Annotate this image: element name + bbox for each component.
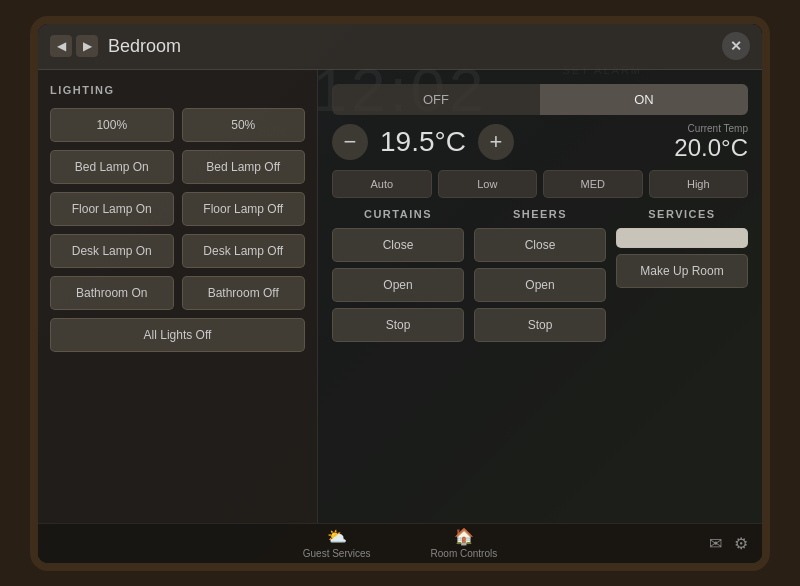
bottom-nav: ⛅ Guest Services 🏠 Room Controls ✉ ⚙: [38, 523, 762, 563]
desk-lamp-row: Desk Lamp On Desk Lamp Off: [50, 234, 305, 268]
sheers-title: SHEERS: [474, 208, 606, 220]
temp-increase-button[interactable]: +: [478, 124, 514, 160]
settings-icon[interactable]: ⚙: [734, 534, 748, 553]
temp-decrease-button[interactable]: −: [332, 124, 368, 160]
btn-50-percent[interactable]: 50%: [182, 108, 306, 142]
current-temp-value: 20.0°C: [674, 134, 748, 162]
brightness-row: 100% 50%: [50, 108, 305, 142]
sheers-stop-button[interactable]: Stop: [474, 308, 606, 342]
climate-section: OFF ON − 19.5°C + Current Temp 20.0°C: [332, 84, 748, 198]
close-button[interactable]: ✕: [722, 32, 750, 60]
mail-icon[interactable]: ✉: [709, 534, 722, 553]
current-temp-display: Current Temp 20.0°C: [674, 123, 748, 162]
makeup-room-button[interactable]: Make Up Room: [616, 254, 748, 288]
page-title: Bedroom: [108, 36, 722, 57]
all-lights-row: All Lights Off: [50, 318, 305, 352]
sheers-close-button[interactable]: Close: [474, 228, 606, 262]
bed-lamp-row: Bed Lamp On Bed Lamp Off: [50, 150, 305, 184]
fan-auto-button[interactable]: Auto: [332, 170, 432, 198]
bathroom-on-button[interactable]: Bathroom On: [50, 276, 174, 310]
off-on-toggle: OFF ON: [332, 84, 748, 115]
all-lights-off-button[interactable]: All Lights Off: [50, 318, 305, 352]
bed-lamp-on-button[interactable]: Bed Lamp On: [50, 150, 174, 184]
temp-row: − 19.5°C + Current Temp 20.0°C: [332, 123, 748, 162]
desk-lamp-off-button[interactable]: Desk Lamp Off: [182, 234, 306, 268]
sheers-open-button[interactable]: Open: [474, 268, 606, 302]
nav-prev-button[interactable]: ◀: [50, 35, 72, 57]
desk-lamp-on-button[interactable]: Desk Lamp On: [50, 234, 174, 268]
sheers-group: SHEERS Close Open Stop: [474, 208, 606, 509]
lower-section: CURTAINS Close Open Stop SHEERS Close Op…: [332, 208, 748, 509]
nav-next-button[interactable]: ▶: [76, 35, 98, 57]
lighting-section-title: LIGHTING: [50, 84, 305, 96]
lighting-panel: LIGHTING 100% 50% Bed Lamp On Bed Lamp O…: [38, 70, 318, 523]
services-title: SERVICES: [616, 208, 748, 220]
fan-speed-row: Auto Low MED High: [332, 170, 748, 198]
floor-lamp-row: Floor Lamp On Floor Lamp Off: [50, 192, 305, 226]
fan-low-button[interactable]: Low: [438, 170, 538, 198]
fan-high-button[interactable]: High: [649, 170, 749, 198]
climate-on-button[interactable]: ON: [540, 84, 748, 115]
curtains-stop-button[interactable]: Stop: [332, 308, 464, 342]
btn-100-percent[interactable]: 100%: [50, 108, 174, 142]
floor-lamp-off-button[interactable]: Floor Lamp Off: [182, 192, 306, 226]
nav-arrows: ◀ ▶: [50, 35, 98, 57]
bathroom-off-button[interactable]: Bathroom Off: [182, 276, 306, 310]
content-area: LIGHTING 100% 50% Bed Lamp On Bed Lamp O…: [38, 70, 762, 523]
guest-services-icon: ⛅: [327, 527, 347, 546]
room-controls-label: Room Controls: [431, 548, 498, 559]
nav-guest-services[interactable]: ⛅ Guest Services: [303, 527, 371, 559]
curtains-group: CURTAINS Close Open Stop: [332, 208, 464, 509]
services-placeholder-button[interactable]: [616, 228, 748, 248]
tablet-screen: 12:02 SET ALARM SUN ◀ ▶ Bedroom ✕ LIGHTI…: [38, 24, 762, 563]
main-panel: ◀ ▶ Bedroom ✕ LIGHTING 100% 50% Bed Lamp…: [38, 24, 762, 523]
floor-lamp-on-button[interactable]: Floor Lamp On: [50, 192, 174, 226]
bed-lamp-off-button[interactable]: Bed Lamp Off: [182, 150, 306, 184]
guest-services-label: Guest Services: [303, 548, 371, 559]
curtains-title: CURTAINS: [332, 208, 464, 220]
tablet-frame: 12:02 SET ALARM SUN ◀ ▶ Bedroom ✕ LIGHTI…: [30, 16, 770, 571]
fan-med-button[interactable]: MED: [543, 170, 643, 198]
current-temp-label: Current Temp: [674, 123, 748, 134]
header-bar: ◀ ▶ Bedroom ✕: [38, 24, 762, 70]
room-controls-icon: 🏠: [454, 527, 474, 546]
nav-room-controls[interactable]: 🏠 Room Controls: [431, 527, 498, 559]
curtains-open-button[interactable]: Open: [332, 268, 464, 302]
set-temperature: 19.5°C: [380, 126, 466, 158]
nav-right-icons: ✉ ⚙: [709, 534, 748, 553]
bathroom-row: Bathroom On Bathroom Off: [50, 276, 305, 310]
curtains-close-button[interactable]: Close: [332, 228, 464, 262]
right-panel: OFF ON − 19.5°C + Current Temp 20.0°C: [318, 70, 762, 523]
services-group: SERVICES Make Up Room: [616, 208, 748, 509]
climate-off-button[interactable]: OFF: [332, 84, 540, 115]
